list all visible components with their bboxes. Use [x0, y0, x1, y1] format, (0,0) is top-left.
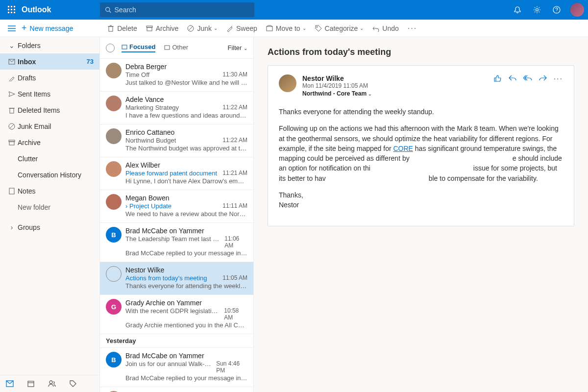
sweep-button[interactable]: Sweep	[226, 24, 257, 32]
reply-icon[interactable]	[509, 74, 516, 83]
hamburger-icon[interactable]	[4, 25, 20, 31]
message-item[interactable]: Nestor Wilke Actions from today's meetin…	[100, 262, 253, 295]
item-preview: The Northwind budget was approved at tod…	[125, 145, 247, 152]
item-preview: Brad McCabe replied to your message in t…	[125, 374, 247, 382]
svg-rect-6	[8, 12, 9, 13]
svg-rect-0	[8, 6, 9, 7]
item-subject: With the recent GDPR legislation i...	[125, 307, 221, 321]
item-preview: We need to have a review about the North…	[125, 210, 247, 218]
nav-junk[interactable]: Junk Email	[0, 118, 99, 134]
item-preview: Grady Archie mentioned you in the All Co…	[125, 321, 247, 329]
item-subject: Actions from today's meeting	[125, 274, 207, 282]
svg-rect-31	[9, 142, 14, 145]
message-more-icon[interactable]: ···	[554, 74, 563, 83]
mail-icon[interactable]	[6, 380, 14, 387]
brand-label: Outlook	[22, 5, 51, 14]
like-icon[interactable]	[494, 74, 502, 83]
groups-header[interactable]: ›Groups	[0, 219, 99, 235]
sender-to[interactable]: Northwind - Core Team ⌄	[302, 90, 494, 97]
nav-sent[interactable]: Sent Items	[0, 86, 99, 102]
nav-deleted[interactable]: Deleted Items	[0, 102, 99, 118]
nav-notes[interactable]: Notes	[0, 183, 99, 199]
svg-rect-5	[14, 9, 15, 10]
nav-archive[interactable]: Archive	[0, 134, 99, 150]
people-icon[interactable]	[48, 380, 56, 387]
sender-avatar: B	[106, 352, 122, 368]
message-item[interactable]: Alex Wilber Please forward patent docume…	[100, 157, 253, 190]
item-from: Adele Vance	[125, 96, 164, 103]
tasks-icon[interactable]	[70, 380, 76, 387]
archive-button[interactable]: Archive	[146, 24, 179, 32]
sender-name: Nestor Wilke	[302, 74, 494, 82]
date-header: Yesterday	[100, 334, 253, 348]
sender-avatar: B	[106, 227, 122, 243]
message-item[interactable]: Debra Berger Time Off11:30 AM Just talke…	[100, 59, 253, 92]
new-message-button[interactable]: +New message	[22, 23, 73, 33]
search-input[interactable]	[115, 6, 250, 14]
svg-point-9	[106, 7, 110, 11]
item-time: 11:22 AM	[222, 104, 247, 111]
message-item[interactable]: Adele Vance Expense ReportSun 3:46 PM	[100, 387, 253, 392]
sender-avatar: G	[106, 299, 122, 315]
item-subject: The Leadership Team met last wee...	[125, 235, 221, 249]
svg-rect-8	[14, 12, 15, 13]
item-from: Brad McCabe on Yammer	[125, 227, 204, 235]
message-item[interactable]: Megan Bowen › Project Update11:11 AM We …	[100, 190, 253, 223]
junk-button[interactable]: Junk⌄	[187, 24, 218, 32]
filter-button[interactable]: Filter ⌄	[227, 44, 247, 51]
nav-drafts[interactable]: Drafts	[0, 70, 99, 86]
sender-date: Mon 11/4/2019 11:05 AM	[302, 82, 494, 89]
item-time: 10:58 AM	[224, 307, 247, 321]
folder-nav: ⌄Folders Inbox73 Drafts Sent Items Delet…	[0, 37, 99, 392]
nav-new-folder[interactable]: New folder	[0, 199, 99, 215]
new-message-label: New message	[30, 24, 74, 32]
reading-pane: Actions from today's meeting Nestor Wilk…	[254, 37, 588, 392]
item-preview: Just talked to @Nestor Wilke and he will…	[125, 79, 247, 86]
svg-rect-4	[11, 9, 12, 10]
user-avatar[interactable]	[570, 3, 584, 17]
item-subject: Northwind Budget	[125, 137, 176, 144]
nav-clutter[interactable]: Clutter	[0, 150, 99, 167]
item-preview: Hi Lynne, I don't have Alex Darrow's ema…	[125, 177, 247, 185]
help-icon[interactable]	[549, 2, 564, 18]
calendar-icon[interactable]	[27, 380, 34, 387]
more-button[interactable]: ···	[408, 24, 417, 33]
undo-button[interactable]: Undo	[372, 24, 398, 32]
tab-focused[interactable]: Focused	[122, 43, 155, 52]
folders-header[interactable]: ⌄Folders	[0, 37, 99, 53]
svg-point-11	[536, 9, 539, 11]
select-all-circle[interactable]	[106, 44, 115, 52]
svg-rect-37	[122, 45, 127, 49]
message-item[interactable]: B Brad McCabe on Yammer Join us for our …	[100, 348, 253, 387]
svg-rect-26	[10, 108, 14, 113]
svg-rect-32	[9, 188, 14, 194]
item-from: Megan Bowen	[125, 194, 170, 202]
delete-button[interactable]: Delete	[107, 24, 137, 32]
message-item[interactable]: G Grady Archie on Yammer With the recent…	[100, 295, 253, 334]
item-subject: Join us for our annual Walk-a-th...	[125, 360, 213, 374]
search-box[interactable]	[100, 2, 254, 17]
notifications-icon[interactable]	[510, 2, 525, 18]
select-circle[interactable]	[106, 266, 122, 282]
svg-rect-38	[165, 46, 170, 49]
categorize-button[interactable]: Categorize⌄	[315, 24, 364, 32]
item-subject: Please forward patent document	[125, 170, 217, 177]
move-to-button[interactable]: Move to⌄	[266, 24, 306, 32]
nav-convo[interactable]: Conversation History	[0, 167, 99, 183]
reply-all-icon[interactable]	[523, 74, 532, 83]
item-subject: Marketing Strategy	[125, 104, 179, 111]
message-item[interactable]: Adele Vance Marketing Strategy11:22 AM I…	[100, 92, 253, 124]
svg-line-10	[109, 11, 111, 12]
app-launcher-icon[interactable]	[4, 2, 20, 18]
top-bar: Outlook	[0, 0, 588, 20]
core-link[interactable]: CORE	[393, 145, 413, 152]
message-item[interactable]: Enrico Cattaneo Northwind Budget11:22 AM…	[100, 124, 253, 157]
settings-icon[interactable]	[529, 2, 545, 18]
svg-rect-2	[14, 6, 15, 7]
message-item[interactable]: B Brad McCabe on Yammer The Leadership T…	[100, 223, 253, 262]
nav-inbox[interactable]: Inbox73	[0, 53, 99, 70]
tab-other[interactable]: Other	[164, 43, 188, 52]
sender-avatar	[106, 96, 122, 111]
forward-icon[interactable]	[539, 74, 547, 83]
item-from: Nestor Wilke	[125, 266, 164, 274]
